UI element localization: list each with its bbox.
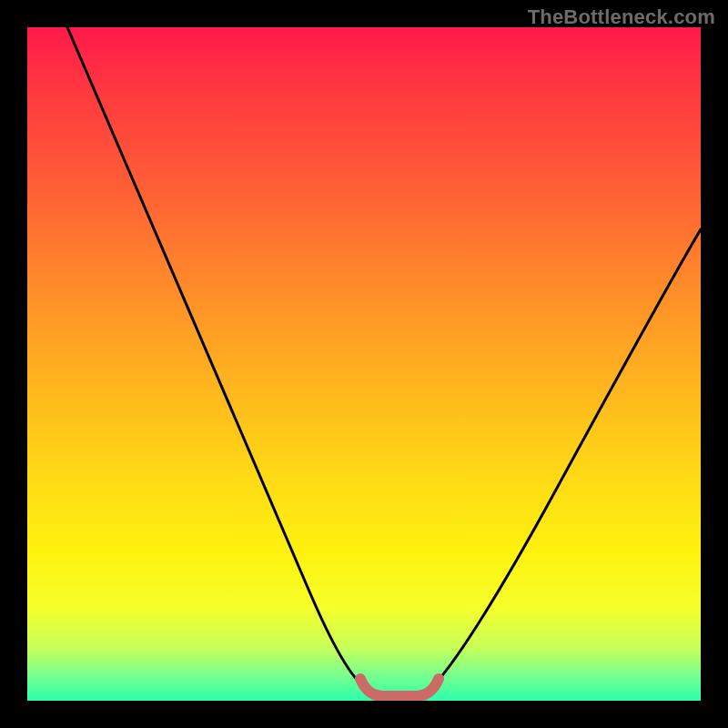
flat-optimum-segment [360,679,439,696]
chart-frame: TheBottleneck.com [0,0,728,728]
curve-left [67,27,366,688]
curve-layer [27,27,701,701]
plot-area [27,27,701,701]
watermark-text: TheBottleneck.com [528,5,715,29]
curve-right [431,229,701,688]
